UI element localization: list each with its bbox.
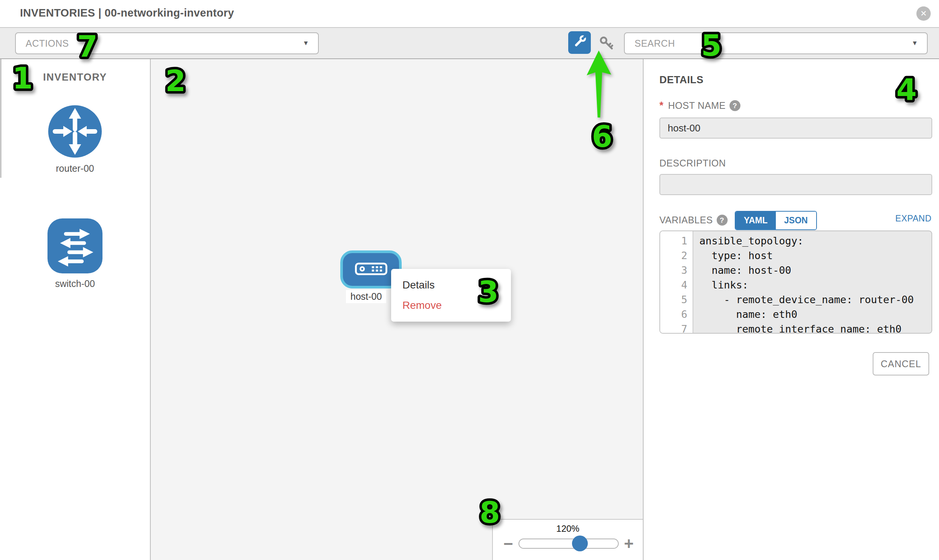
line-number: 5 [660,292,692,307]
code-line: type: host [699,248,931,263]
router-icon [46,103,103,161]
code-line: remote_interface_name: eth0 [699,322,931,334]
tab-yaml[interactable]: YAML [735,212,776,229]
sidebar-item-switch[interactable]: switch-00 [0,217,150,289]
page-title: INVENTORIES | 00-networking-inventory [20,7,234,19]
details-panel-title: DETAILS [659,74,703,86]
host-icon [355,262,388,278]
code-line: links: [699,278,931,292]
actions-dropdown-label: ACTIONS [26,38,69,49]
description-label-row: DESCRIPTION [659,158,726,169]
zoom-slider-thumb[interactable] [572,535,588,551]
inventory-sidebar: INVENTORY [0,59,151,560]
tools-button[interactable] [568,31,591,54]
line-number: 4 [660,278,692,292]
zoom-slider[interactable] [518,538,619,549]
host-name-label-row: * HOST NAME ? [659,100,740,111]
cancel-button[interactable]: CANCEL [873,352,929,375]
key-button[interactable] [598,36,615,52]
key-icon [598,35,615,53]
sidebar-item-label: switch-00 [0,278,150,289]
variables-label: VARIABLES [659,215,713,226]
code-area[interactable]: ansible_topology: type: host name: host-… [693,231,931,333]
variables-label-row: VARIABLES ? [659,215,728,226]
help-icon[interactable]: ? [717,215,728,226]
line-number: 1 [660,234,692,248]
line-number: 2 [660,248,692,263]
code-line: name: host-00 [699,263,931,278]
host-node-label: host-00 [346,290,386,303]
context-menu-item-details[interactable]: Details [391,275,511,295]
toolbar: ACTIONS ▼ [0,28,939,59]
code-line: ansible_topology: [699,234,931,248]
sidebar-item-router[interactable]: router-00 [0,103,150,174]
line-number: 3 [660,263,692,278]
help-icon[interactable]: ? [729,100,740,111]
line-number: 6 [660,307,692,322]
close-glyph: ✕ [920,9,927,18]
host-name-input[interactable] [659,117,932,138]
variables-format-toggle: YAML JSON [735,211,817,230]
code-line: - remote_device_name: router-00 [699,292,931,307]
actions-dropdown[interactable]: ACTIONS ▼ [15,32,319,54]
expand-link[interactable]: EXPAND [895,214,931,224]
sidebar-item-label: router-00 [0,163,150,174]
sidebar-title: INVENTORY [0,72,150,83]
tab-json[interactable]: JSON [776,212,816,229]
search-dropdown-label: SEARCH [635,38,675,49]
header-bar: INVENTORIES | 00-networking-inventory ✕ [0,0,939,28]
line-number: 7 [660,322,692,334]
zoom-level-label: 120% [493,523,643,534]
context-menu: Details Remove [391,269,511,322]
zoom-control: 120% − + [492,519,643,560]
chevron-down-icon: ▼ [302,40,309,47]
variables-code-editor: 1 2 3 4 5 6 7 ansible_topology: type: ho… [659,231,932,334]
host-name-label: HOST NAME [668,100,726,111]
close-icon[interactable]: ✕ [916,6,931,21]
context-menu-item-remove[interactable]: Remove [391,295,511,315]
inventory-topology-app: INVENTORIES | 00-networking-inventory ✕ … [0,0,939,560]
zoom-out-button[interactable]: − [503,535,513,552]
description-label: DESCRIPTION [659,158,726,169]
switch-icon [46,217,103,276]
topology-canvas[interactable]: host-00 Details Remove 120% − + [151,59,643,560]
code-line: name: eth0 [699,307,931,322]
wrench-icon [572,34,587,51]
details-panel: DETAILS * HOST NAME ? DESCRIPTION VARIAB… [643,59,939,560]
required-asterisk: * [659,100,663,111]
search-dropdown[interactable]: SEARCH ▼ [624,32,928,54]
zoom-in-button[interactable]: + [624,535,634,552]
code-line-numbers: 1 2 3 4 5 6 7 [660,231,693,333]
description-input[interactable] [659,174,932,195]
chevron-down-icon: ▼ [911,40,918,47]
